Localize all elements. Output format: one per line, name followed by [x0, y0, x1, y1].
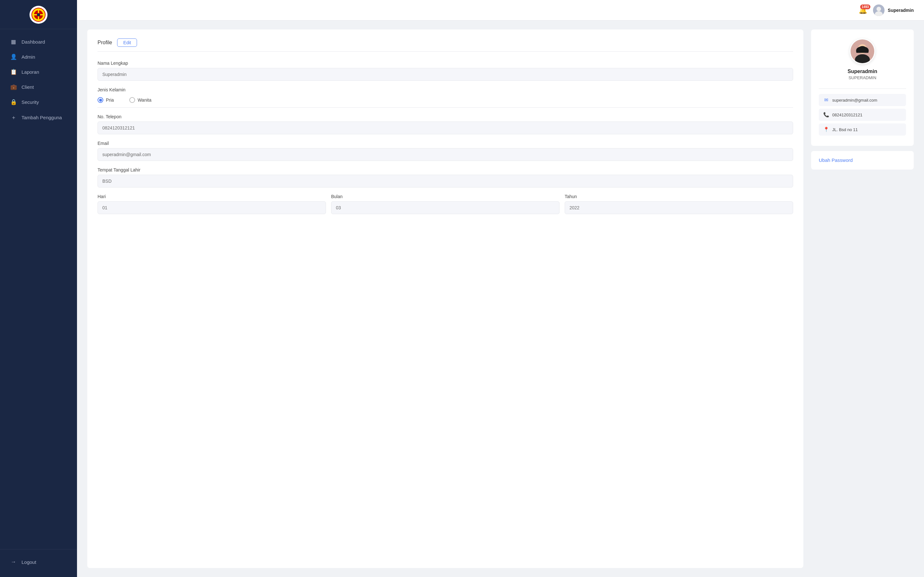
dashboard-icon: ▦ — [10, 39, 17, 45]
profile-card-name: Superadmin — [848, 69, 877, 74]
bulan-group: Bulan — [331, 194, 559, 214]
no-telepon-input[interactable] — [97, 121, 793, 134]
bulan-col: Bulan — [331, 194, 559, 221]
jenis-kelamin-group: Jenis Kelamin Pria Wanita — [97, 87, 793, 108]
nama-lengkap-group: Nama Lengkap — [97, 61, 793, 81]
notification-badge: 1493 — [860, 5, 871, 9]
sidebar-bottom: → Logout — [0, 549, 77, 577]
nama-lengkap-label: Nama Lengkap — [97, 61, 793, 66]
sidebar-item-security[interactable]: 🔒 Security — [0, 95, 77, 110]
radio-pria-circle — [97, 97, 103, 103]
radio-wanita[interactable]: Wanita — [129, 97, 152, 103]
sidebar-item-client[interactable]: 💼 Client — [0, 79, 77, 95]
sidebar: ▦ Dashboard 👤 Admin 📋 Laporan 💼 Client 🔒… — [0, 0, 77, 577]
notification-button[interactable]: 🔔 1493 — [859, 6, 867, 15]
svg-point-7 — [877, 7, 881, 11]
hari-col: Hari — [97, 194, 326, 221]
sidebar-item-label: Tambah Pengguna — [21, 115, 62, 120]
avatar — [873, 5, 885, 16]
bulan-input[interactable] — [331, 201, 559, 214]
jenis-kelamin-label: Jenis Kelamin — [97, 87, 793, 92]
logout-label: Logout — [21, 559, 36, 565]
profile-main-card: Profile Edit Nama Lengkap Jenis Kelamin … — [87, 29, 803, 568]
sidebar-item-admin[interactable]: 👤 Admin — [0, 49, 77, 64]
email-label: Email — [97, 141, 793, 146]
topbar: 🔔 1493 Superadmin — [77, 0, 924, 21]
ubah-password-link[interactable]: Ubah Password — [819, 157, 853, 163]
tahun-group: Tahun — [565, 194, 793, 214]
logout-icon: → — [10, 559, 17, 565]
profile-photo — [850, 39, 875, 64]
radio-wanita-label: Wanita — [137, 97, 152, 103]
address-info-text: JL. Bsd no 11 — [832, 127, 858, 132]
tahun-input[interactable] — [565, 201, 793, 214]
password-card: Ubah Password — [811, 151, 914, 169]
no-telepon-label: No. Telepon — [97, 114, 793, 119]
logo-icon — [29, 6, 47, 24]
phone-info-icon: 📞 — [823, 112, 829, 118]
admin-icon: 👤 — [10, 53, 17, 60]
divider — [819, 89, 906, 89]
radio-group: Pria Wanita — [97, 95, 793, 108]
sidebar-item-laporan[interactable]: 📋 Laporan — [0, 64, 77, 79]
tempat-lahir-group: Tempat Tanggal Lahir — [97, 167, 793, 187]
email-input[interactable] — [97, 148, 793, 161]
sidebar-item-tambah-pengguna[interactable]: ＋ Tambah Pengguna — [0, 110, 77, 125]
email-info-icon: ✉ — [823, 97, 829, 103]
sidebar-item-label: Laporan — [21, 69, 39, 75]
radio-pria-label: Pria — [106, 97, 114, 103]
sidebar-item-dashboard[interactable]: ▦ Dashboard — [0, 34, 77, 49]
sidebar-item-label: Client — [21, 84, 34, 90]
no-telepon-group: No. Telepon — [97, 114, 793, 134]
phone-info-item: 📞 0824120312121 — [819, 109, 906, 121]
date-row: Hari Bulan Tahun — [97, 194, 793, 221]
svg-point-5 — [37, 13, 40, 16]
client-icon: 💼 — [10, 84, 17, 90]
tambah-icon: ＋ — [10, 114, 17, 121]
profile-sidebar: Superadmin SUPERADMIN ✉ superadmin@gmail… — [811, 29, 914, 568]
sidebar-item-label: Admin — [21, 54, 35, 60]
radio-pria[interactable]: Pria — [97, 97, 114, 103]
main-wrapper: 🔔 1493 Superadmin Profile Edit Nam — [77, 0, 924, 577]
tempat-lahir-input[interactable] — [97, 175, 793, 187]
laporan-icon: 📋 — [10, 69, 17, 75]
hari-label: Hari — [97, 194, 326, 199]
email-info-item: ✉ superadmin@gmail.com — [819, 94, 906, 106]
profile-tab-label: Profile — [97, 40, 112, 45]
radio-wanita-circle — [129, 97, 135, 103]
profile-card-role: SUPERADMIN — [849, 75, 877, 80]
security-icon: 🔒 — [10, 99, 17, 105]
sidebar-item-logout[interactable]: → Logout — [0, 554, 77, 569]
user-name: Superadmin — [888, 8, 914, 13]
address-info-icon: 📍 — [823, 127, 829, 132]
sidebar-item-label: Security — [21, 99, 39, 105]
tempat-lahir-label: Tempat Tanggal Lahir — [97, 167, 793, 172]
tahun-label: Tahun — [565, 194, 793, 199]
nama-lengkap-input[interactable] — [97, 68, 793, 81]
edit-button[interactable]: Edit — [117, 39, 137, 47]
tahun-col: Tahun — [565, 194, 793, 221]
email-group: Email — [97, 141, 793, 161]
hari-group: Hari — [97, 194, 326, 214]
profile-info-card: Superadmin SUPERADMIN ✉ superadmin@gmail… — [811, 29, 914, 146]
bulan-label: Bulan — [331, 194, 559, 199]
sidebar-logo — [0, 0, 77, 29]
address-info-item: 📍 JL. Bsd no 11 — [819, 123, 906, 135]
profile-tabs: Profile Edit — [97, 39, 793, 52]
email-info-text: superadmin@gmail.com — [832, 98, 877, 103]
hari-input[interactable] — [97, 201, 326, 214]
sidebar-item-label: Dashboard — [21, 39, 45, 45]
content-area: Profile Edit Nama Lengkap Jenis Kelamin … — [77, 21, 924, 577]
sidebar-nav: ▦ Dashboard 👤 Admin 📋 Laporan 💼 Client 🔒… — [0, 29, 77, 549]
user-info[interactable]: Superadmin — [873, 5, 914, 16]
phone-info-text: 0824120312121 — [832, 113, 863, 117]
